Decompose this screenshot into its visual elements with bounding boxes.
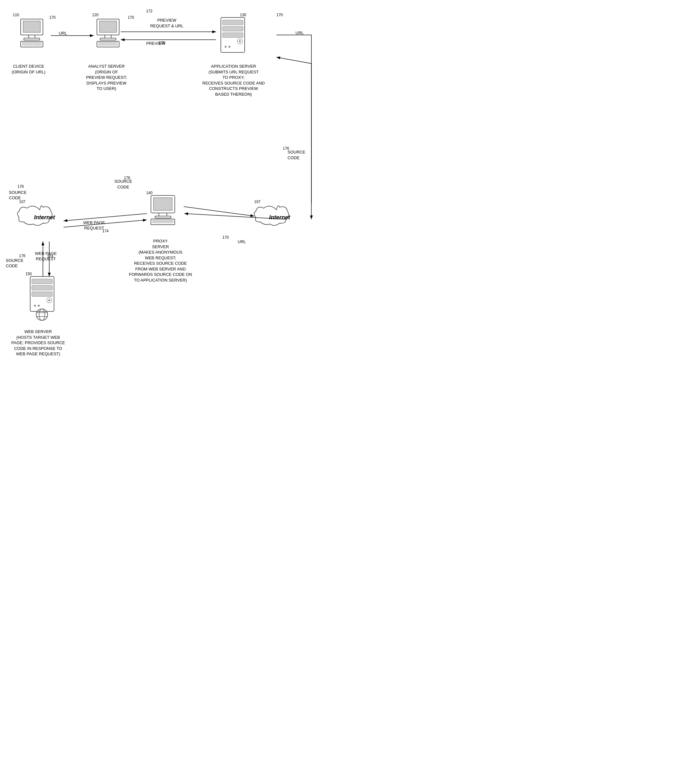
svg-line-51 <box>64 214 147 221</box>
svg-rect-5 <box>24 38 40 40</box>
svg-rect-4 <box>29 35 35 38</box>
url-label-proxy-right: URL <box>238 239 246 245</box>
ref-130: 130 <box>240 13 246 17</box>
svg-rect-37 <box>32 292 53 296</box>
svg-point-38 <box>47 298 52 303</box>
svg-rect-6 <box>21 41 43 47</box>
svg-point-40 <box>34 305 36 307</box>
ref-170-proxy: 170 <box>222 235 229 240</box>
source-code-webserver: SOURCECODE <box>6 258 23 269</box>
analyst-server-label: ANALYST SERVER (ORIGIN OF PREVIEW REQUES… <box>82 64 130 92</box>
svg-rect-21 <box>222 33 243 38</box>
ref-120: 120 <box>92 13 99 17</box>
svg-rect-28 <box>159 213 167 216</box>
source-code-center: SOURCECODE <box>114 179 132 190</box>
svg-point-22 <box>237 39 242 44</box>
svg-rect-35 <box>32 279 53 284</box>
ref-110: 110 <box>13 13 19 17</box>
internet-left-label: Internet <box>25 214 64 221</box>
svg-point-42 <box>36 309 48 320</box>
diagram: 110 170 120 170 130 170 172 178 140 150 … <box>0 0 346 392</box>
svg-rect-12 <box>105 35 111 38</box>
ref-172: 172 <box>146 9 153 13</box>
svg-point-41 <box>38 305 40 307</box>
proxy-server-label: PROXY SERVER (MAKES ANONYMOUS WEB REQUES… <box>124 238 197 283</box>
svg-rect-2 <box>21 19 43 35</box>
svg-point-25 <box>229 46 230 48</box>
svg-point-23 <box>239 40 241 42</box>
svg-rect-20 <box>222 26 243 31</box>
svg-rect-18 <box>221 18 245 53</box>
source-code-right: SOURCECODE <box>288 149 305 160</box>
url-label-1: URL <box>59 31 67 36</box>
svg-point-24 <box>225 46 227 48</box>
svg-rect-13 <box>100 38 116 40</box>
preview-request-url-label: PREVIEWREQUEST & URL <box>146 18 188 29</box>
source-code-left-top: SOURCECODE <box>9 190 27 201</box>
svg-rect-27 <box>153 198 172 210</box>
svg-point-43 <box>39 309 45 320</box>
ref-150: 150 <box>25 272 32 276</box>
svg-rect-26 <box>151 196 175 213</box>
ref-170-appserver: 170 <box>277 13 283 17</box>
ref-170-client: 170 <box>49 15 56 20</box>
preview-label: PREVIEW <box>146 41 165 46</box>
svg-point-39 <box>48 299 50 301</box>
svg-rect-11 <box>99 21 117 33</box>
svg-rect-10 <box>97 19 119 35</box>
ref-107-right: 107 <box>254 199 260 204</box>
web-server-label: WEB SERVER (HOSTS TARGET WEB PAGE; PROVI… <box>7 329 70 357</box>
ref-176-webserver: 176 <box>19 254 25 258</box>
svg-rect-34 <box>30 277 54 311</box>
web-page-request-left: WEB PAGEREQUEST <box>35 251 56 262</box>
svg-line-50 <box>184 207 254 216</box>
svg-line-52 <box>64 220 147 227</box>
internet-right-label: Internet <box>260 214 299 221</box>
svg-rect-19 <box>222 20 243 25</box>
svg-rect-3 <box>23 21 40 33</box>
client-device-label: CLIENT DEVICE (ORIGIN OF URL) <box>8 64 49 75</box>
svg-rect-14 <box>97 41 119 47</box>
application-server-label: APPLICATION SERVER (SUBMITS URL REQUEST … <box>200 64 267 97</box>
ref-140: 140 <box>146 191 153 195</box>
web-page-request-center: WEB PAGEREQUEST <box>83 220 105 231</box>
ref-170-analyst: 170 <box>128 15 134 20</box>
svg-rect-36 <box>32 285 53 290</box>
svg-rect-30 <box>151 219 175 225</box>
svg-rect-29 <box>155 216 171 218</box>
ref-176-topleft: 176 <box>18 184 24 189</box>
url-label-right: URL <box>296 30 304 36</box>
